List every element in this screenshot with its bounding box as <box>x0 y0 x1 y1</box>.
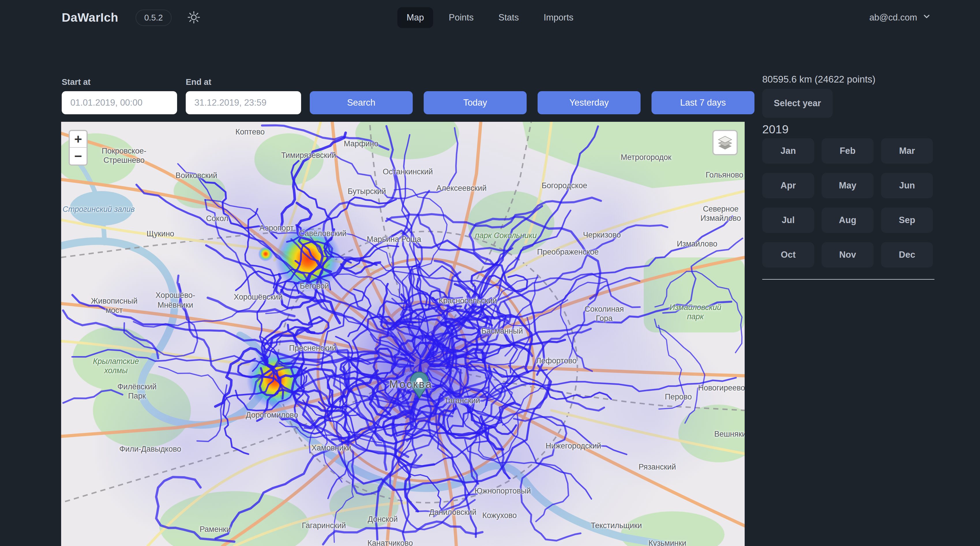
yesterday-button[interactable]: Yesterday <box>538 91 641 114</box>
month-button-aug[interactable]: Aug <box>822 208 873 233</box>
month-button-apr[interactable]: Apr <box>762 173 814 198</box>
distance-stats: 80595.6 km (24622 points) <box>762 75 934 84</box>
end-date-input[interactable] <box>186 91 301 114</box>
start-date-input[interactable] <box>62 91 177 114</box>
month-button-may[interactable]: May <box>822 173 873 198</box>
end-date-label: End at <box>186 77 301 87</box>
last-7-days-button[interactable]: Last 7 days <box>652 91 754 114</box>
zoom-in-button[interactable]: + <box>70 131 86 148</box>
app-brand: DaWarIch <box>62 11 118 24</box>
navbar: DaWarIch 0.5.2 MapPointsStatsImports ab@… <box>0 0 980 35</box>
today-button[interactable]: Today <box>424 91 527 114</box>
month-button-mar[interactable]: Mar <box>881 138 933 164</box>
tab-points[interactable]: Points <box>439 7 483 28</box>
account-email: ab@cd.com <box>869 13 917 23</box>
end-date-field: End at <box>186 77 301 114</box>
main-nav-tabs: MapPointsStatsImports <box>398 7 583 28</box>
tab-map[interactable]: Map <box>398 7 433 28</box>
sidebar-divider <box>762 279 934 279</box>
layers-icon <box>717 134 733 151</box>
map-canvas[interactable]: КоптевоПокровское-СтрешневоТимирязевский… <box>61 122 745 546</box>
map-base-art <box>61 122 745 546</box>
start-date-label: Start at <box>62 77 177 87</box>
month-button-feb[interactable]: Feb <box>822 138 873 164</box>
month-button-oct[interactable]: Oct <box>762 242 814 268</box>
start-date-field: Start at <box>62 77 177 114</box>
quick-range-buttons: SearchTodayYesterdayLast 7 days <box>310 91 754 114</box>
version-badge: 0.5.2 <box>135 10 172 26</box>
tab-stats[interactable]: Stats <box>489 7 528 28</box>
theme-toggle-button[interactable] <box>188 11 200 24</box>
tab-imports[interactable]: Imports <box>535 7 582 28</box>
chevron-down-icon <box>922 12 931 23</box>
layers-control-button[interactable] <box>712 130 738 155</box>
sun-icon <box>188 11 200 24</box>
month-button-nov[interactable]: Nov <box>822 242 873 268</box>
zoom-out-button[interactable]: − <box>70 148 86 164</box>
month-grid: JanFebMarAprMayJunJulAugSepOctNovDec <box>762 138 934 268</box>
year-heading: 2019 <box>762 123 934 135</box>
month-button-jan[interactable]: Jan <box>762 138 814 164</box>
year-sidebar: 80595.6 km (24622 points) Select year 20… <box>762 75 934 279</box>
select-year-button[interactable]: Select year <box>762 89 833 118</box>
month-button-jun[interactable]: Jun <box>881 173 933 198</box>
account-menu-button[interactable]: ab@cd.com <box>869 12 931 23</box>
month-button-sep[interactable]: Sep <box>881 208 933 233</box>
map-zoom-control: + − <box>68 130 88 166</box>
month-button-dec[interactable]: Dec <box>881 242 933 268</box>
search-button[interactable]: Search <box>310 91 413 114</box>
month-button-jul[interactable]: Jul <box>762 208 814 233</box>
